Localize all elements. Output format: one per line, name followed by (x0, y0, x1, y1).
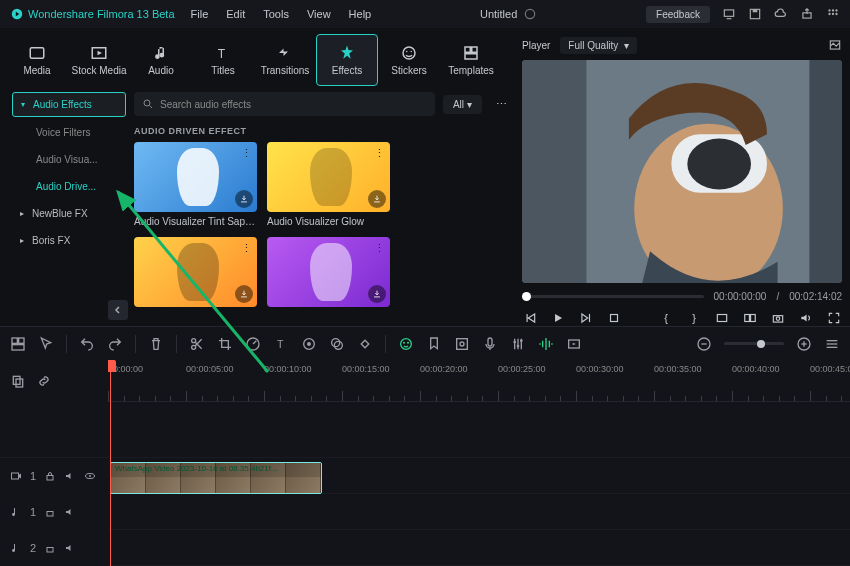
download-icon[interactable] (368, 285, 386, 303)
more-options-button[interactable]: ⋯ (490, 93, 512, 115)
export-icon[interactable] (800, 7, 814, 21)
play-button[interactable] (550, 310, 566, 326)
keyframe-icon[interactable] (357, 336, 373, 352)
cloud-icon[interactable] (774, 7, 788, 21)
card-menu-icon[interactable]: ⋮ (239, 241, 253, 255)
cursor-icon[interactable] (38, 336, 54, 352)
track-options-icon[interactable] (824, 336, 840, 352)
video-track-header[interactable]: 1 (0, 458, 108, 494)
monitor-icon[interactable] (722, 7, 736, 21)
save-icon[interactable] (748, 7, 762, 21)
video-track-row[interactable]: WhatsApp Video 2023-10-16 at 08.35.4b21f… (108, 458, 850, 494)
download-icon[interactable] (235, 190, 253, 208)
audio-track-2-header[interactable]: 2 (0, 530, 108, 566)
search-input[interactable]: Search audio effects (134, 92, 435, 116)
apps-icon[interactable] (826, 7, 840, 21)
video-preview[interactable] (522, 60, 842, 283)
lock-icon[interactable] (44, 542, 56, 554)
lock-icon[interactable] (44, 470, 56, 482)
menu-help[interactable]: Help (349, 8, 372, 20)
speed-icon[interactable] (245, 336, 261, 352)
delete-icon[interactable] (148, 336, 164, 352)
menu-view[interactable]: View (307, 8, 331, 20)
feedback-button[interactable]: Feedback (646, 6, 710, 23)
mixer-icon[interactable] (510, 336, 526, 352)
effect-card[interactable]: ⋮ Audio Visualizer Tint Sapphire (134, 142, 257, 227)
undo-icon[interactable] (79, 336, 95, 352)
menu-tools[interactable]: Tools (263, 8, 289, 20)
auto-beat-icon[interactable] (538, 336, 554, 352)
audio-track-1-row[interactable] (108, 494, 850, 530)
category-voice-filters[interactable]: Voice Filters (12, 121, 126, 144)
lock-icon[interactable] (44, 506, 56, 518)
ai-icon[interactable] (398, 336, 414, 352)
sidebar-collapse-button[interactable] (108, 300, 128, 320)
prev-frame-button[interactable] (522, 310, 538, 326)
tab-titles[interactable]: TTitles (192, 34, 254, 86)
copy-icon[interactable] (10, 373, 26, 389)
mark-in-button[interactable]: { (658, 310, 674, 326)
timeline-tracks[interactable]: 00:00:00 00:00:05:00 00:00:10:00 00:00:1… (108, 360, 850, 566)
audio-track-1-header[interactable]: 1 (0, 494, 108, 530)
zoom-handle[interactable] (757, 340, 765, 348)
compare-button[interactable] (742, 310, 758, 326)
redo-icon[interactable] (107, 336, 123, 352)
marker-icon[interactable] (426, 336, 442, 352)
tab-transitions[interactable]: Transitions (254, 34, 316, 86)
mark-out-button[interactable]: } (686, 310, 702, 326)
crop-icon[interactable] (217, 336, 233, 352)
tab-media[interactable]: Media (6, 34, 68, 86)
tab-stickers[interactable]: Stickers (378, 34, 440, 86)
zoom-in-icon[interactable] (796, 336, 812, 352)
mute-icon[interactable] (64, 542, 76, 554)
audio-track-2-row[interactable] (108, 530, 850, 566)
menu-file[interactable]: File (191, 8, 209, 20)
next-frame-button[interactable] (578, 310, 594, 326)
playhead[interactable] (110, 360, 111, 566)
category-newblue-fx[interactable]: NewBlue FX (12, 202, 126, 225)
chroma-icon[interactable] (329, 336, 345, 352)
tab-templates[interactable]: Templates (440, 34, 502, 86)
color-icon[interactable] (301, 336, 317, 352)
zoom-out-icon[interactable] (696, 336, 712, 352)
menu-edit[interactable]: Edit (226, 8, 245, 20)
category-audio-driven[interactable]: Audio Drive... (12, 175, 126, 198)
mic-icon[interactable] (482, 336, 498, 352)
effect-card[interactable]: ⋮ (267, 237, 390, 311)
category-boris-fx[interactable]: Boris FX (12, 229, 126, 252)
camera-icon[interactable] (770, 310, 786, 326)
effect-card[interactable]: ⋮ (134, 237, 257, 311)
scrubber[interactable] (522, 295, 704, 298)
volume-icon[interactable] (798, 310, 814, 326)
timeline-ruler[interactable]: 00:00:00 00:00:05:00 00:00:10:00 00:00:1… (108, 360, 850, 402)
card-menu-icon[interactable]: ⋮ (372, 241, 386, 255)
link-icon[interactable] (36, 373, 52, 389)
render-icon[interactable] (566, 336, 582, 352)
ratio-button[interactable] (714, 310, 730, 326)
tab-audio[interactable]: Audio (130, 34, 192, 86)
category-audio-effects[interactable]: Audio Effects (12, 92, 126, 117)
tab-effects[interactable]: Effects (316, 34, 378, 86)
layout-icon[interactable] (10, 336, 26, 352)
tab-stock-media[interactable]: Stock Media (68, 34, 130, 86)
download-icon[interactable] (368, 190, 386, 208)
eye-icon[interactable] (84, 470, 96, 482)
zoom-slider[interactable] (724, 342, 784, 345)
card-menu-icon[interactable]: ⋮ (239, 146, 253, 160)
text-icon[interactable]: T (273, 336, 289, 352)
mute-icon[interactable] (64, 470, 76, 482)
split-icon[interactable] (189, 336, 205, 352)
stop-button[interactable] (606, 310, 622, 326)
fullscreen-icon[interactable] (826, 310, 842, 326)
effect-card[interactable]: ⋮ Audio Visualizer Glow (267, 142, 390, 227)
video-clip[interactable]: WhatsApp Video 2023-10-16 at 08.35.4b21f… (110, 462, 322, 494)
snapshot-icon[interactable] (828, 38, 842, 52)
player-tab[interactable]: Player (522, 40, 550, 51)
tracking-icon[interactable] (454, 336, 470, 352)
mute-icon[interactable] (64, 506, 76, 518)
download-icon[interactable] (235, 285, 253, 303)
filter-dropdown[interactable]: All▾ (443, 95, 482, 114)
quality-dropdown[interactable]: Full Quality▾ (560, 37, 637, 54)
category-audio-visualizer[interactable]: Audio Visua... (12, 148, 126, 171)
scrubber-handle[interactable] (522, 292, 531, 301)
